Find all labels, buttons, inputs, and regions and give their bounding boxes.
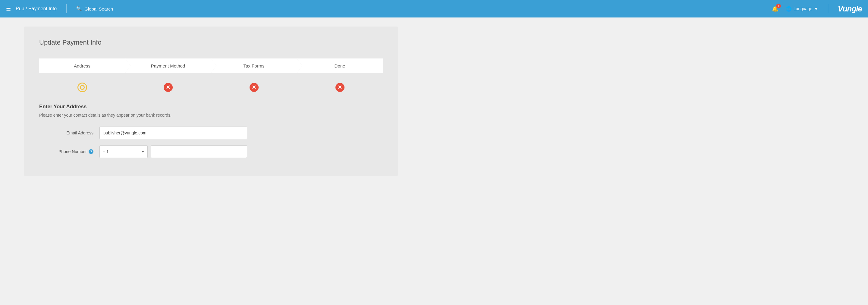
phone-number-input[interactable]: [151, 145, 247, 158]
step-payment-method[interactable]: Payment Method: [125, 58, 211, 73]
step-payment-method-label: Payment Method: [151, 63, 185, 68]
error-icon-done: ✕: [336, 83, 344, 92]
logo: Vungle: [838, 4, 862, 13]
step-icons: ✕ ✕ ✕: [39, 80, 383, 95]
phone-label: Phone Number ?: [39, 149, 99, 154]
error-icon-payment: ✕: [164, 83, 173, 92]
step-icon-address: [39, 80, 125, 95]
email-label: Email Address: [39, 130, 99, 135]
step-icon-payment: ✕: [125, 80, 211, 95]
wizard-steps: Address Payment Method Tax Forms Done: [39, 58, 383, 73]
hamburger-icon[interactable]: ☰: [6, 5, 11, 12]
globe-icon: 🌐: [786, 6, 792, 12]
step-icon-tax: ✕: [211, 80, 297, 95]
notification-bell[interactable]: 🔔 1: [772, 5, 778, 12]
step-done[interactable]: Done: [297, 58, 383, 73]
current-step-icon: [78, 83, 87, 92]
main-content: Update Payment Info Address Payment Meth…: [0, 18, 868, 185]
form-section-description: Please enter your contact details as the…: [39, 113, 383, 118]
page-title: Update Payment Info: [39, 38, 383, 47]
phone-help-icon[interactable]: ?: [89, 149, 93, 154]
header-logo-divider: [828, 4, 828, 13]
language-selector[interactable]: 🌐 Language ▼: [786, 6, 818, 12]
search-label: Global Search: [84, 6, 113, 11]
global-search[interactable]: 🔍 Global Search: [76, 6, 113, 11]
email-input[interactable]: [99, 127, 247, 139]
payment-info-card: Update Payment Info Address Payment Meth…: [24, 27, 398, 176]
step-tax-forms[interactable]: Tax Forms: [211, 58, 297, 73]
phone-row: Phone Number ? + 1 +44 +33 +49 +81: [39, 145, 383, 158]
step-done-label: Done: [335, 63, 345, 68]
header-right: 🔔 1 🌐 Language ▼ Vungle: [772, 4, 862, 13]
email-row: Email Address: [39, 127, 383, 139]
step-icon-done: ✕: [297, 80, 383, 95]
header: ☰ Pub / Payment Info 🔍 Global Search 🔔 1…: [0, 0, 868, 18]
form-section-title: Enter Your Address: [39, 104, 383, 110]
header-title: Pub / Payment Info: [16, 6, 57, 11]
error-icon-tax: ✕: [250, 83, 258, 92]
step-address-label: Address: [74, 63, 90, 68]
header-left: ☰ Pub / Payment Info 🔍 Global Search: [6, 4, 113, 13]
search-icon: 🔍: [76, 6, 82, 11]
phone-country-select[interactable]: + 1 +44 +33 +49 +81: [99, 145, 148, 158]
header-divider: [66, 4, 67, 13]
chevron-down-icon: ▼: [814, 6, 818, 11]
language-label: Language: [794, 6, 812, 11]
step-address[interactable]: Address: [39, 58, 125, 73]
phone-inputs: + 1 +44 +33 +49 +81: [99, 145, 247, 158]
notification-badge: 1: [776, 4, 781, 8]
step-tax-forms-label: Tax Forms: [243, 63, 264, 68]
